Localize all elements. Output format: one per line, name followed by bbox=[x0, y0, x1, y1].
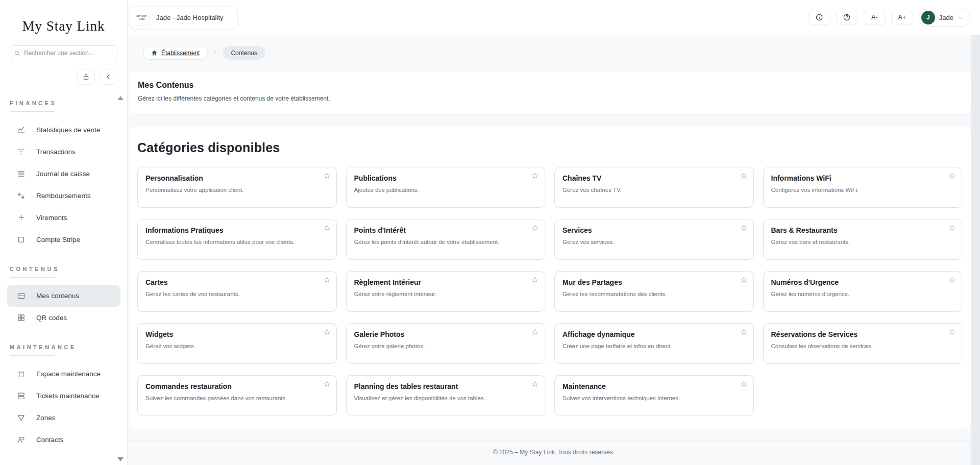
category-card-bars-restaurants[interactable]: Bars & RestaurantsGérez vos bars et rest… bbox=[763, 219, 963, 260]
establishment-chip-label: Jade - Jade Hospitality bbox=[156, 14, 224, 21]
favorite-star-icon[interactable] bbox=[531, 172, 539, 180]
category-card-mur-des-partages[interactable]: Mur des PartagesGérez les recommandation… bbox=[554, 271, 754, 312]
user-name: Jade bbox=[939, 14, 953, 21]
category-card-informations-wifi[interactable]: Informations WiFiConfigurez vos informat… bbox=[763, 167, 963, 208]
category-card-description: Personnalisez votre application client. bbox=[145, 187, 318, 193]
chevron-down-icon bbox=[958, 14, 964, 21]
sidebar-item-mes-contenus[interactable]: Mes contenus bbox=[7, 285, 120, 307]
category-card-informations-pratiques[interactable]: Informations PratiquesCentralisez toutes… bbox=[137, 219, 337, 260]
search-input[interactable] bbox=[10, 45, 117, 60]
sidebar-section-label-contenus: CONTENUS bbox=[10, 266, 117, 278]
category-card-title: Informations Pratiques bbox=[145, 226, 318, 234]
category-card-title: Numéros d'Urgence bbox=[771, 278, 944, 286]
list-icon bbox=[16, 169, 26, 178]
favorite-star-icon[interactable] bbox=[740, 172, 748, 180]
sidebar-item-zones[interactable]: Zones bbox=[7, 407, 120, 429]
favorite-star-icon[interactable] bbox=[323, 380, 331, 388]
main-scrollbar[interactable] bbox=[971, 35, 980, 465]
sidebar-scroll-up-arrow[interactable] bbox=[117, 96, 124, 100]
category-card-description: Gérez les recommandations des clients. bbox=[562, 291, 735, 297]
sidebar-item-remboursements[interactable]: Remboursements bbox=[7, 185, 120, 207]
sidebar-item-statistiques-de-vente[interactable]: Statistiques de vente bbox=[7, 119, 120, 141]
category-card-reglement-interieur[interactable]: Règlement IntérieurGérez votre règlement… bbox=[346, 271, 546, 312]
favorite-star-icon[interactable] bbox=[948, 276, 956, 284]
user-menu[interactable]: J Jade bbox=[919, 9, 970, 27]
category-card-maintenance[interactable]: MaintenanceSuivez vos interventions tech… bbox=[554, 375, 754, 416]
category-card-numeros-d-urgence[interactable]: Numéros d'UrgenceGérez les numéros d'urg… bbox=[763, 271, 963, 312]
category-card-services[interactable]: ServicesGérez vos services. bbox=[554, 219, 754, 260]
favorite-star-icon[interactable] bbox=[740, 224, 748, 232]
category-card-title: Bars & Restaurants bbox=[771, 226, 944, 234]
breadcrumb-establishment-link[interactable]: Établissement bbox=[143, 46, 208, 60]
sidebar-scroll-down-arrow[interactable] bbox=[117, 457, 124, 461]
establishment-chip[interactable]: My Stay Link Jade - Jade Hospitality bbox=[129, 6, 238, 29]
triangle-down-icon bbox=[16, 413, 26, 422]
sidebar-item-label: Journal de caisse bbox=[36, 170, 90, 178]
favorite-star-icon[interactable] bbox=[531, 380, 539, 388]
lock-button[interactable] bbox=[77, 69, 95, 85]
category-card-commandes-restauration[interactable]: Commandes restaurationSuivez les command… bbox=[137, 375, 337, 416]
category-card-description: Gérez les points d'intérêt autour de vot… bbox=[354, 239, 527, 245]
category-card-points-d-interet[interactable]: Points d'IntérêtGérez les points d'intér… bbox=[346, 219, 546, 260]
category-card-publications[interactable]: PublicationsAjoutez des publications. bbox=[346, 167, 546, 208]
help-icon bbox=[843, 13, 851, 21]
category-card-description: Gérez vos services. bbox=[562, 239, 735, 245]
favorite-star-icon[interactable] bbox=[740, 276, 748, 284]
category-card-cartes[interactable]: CartesGérez les cartes de vos restaurant… bbox=[137, 271, 337, 312]
sidebar-item-label: Espace maintenance bbox=[36, 370, 101, 378]
sidebar-item-qr-codes[interactable]: QR codes bbox=[7, 307, 120, 329]
sidebar-item-virements[interactable]: Virements bbox=[7, 207, 120, 229]
sidebar-item-espace-maintenance[interactable]: Espace maintenance bbox=[7, 363, 120, 385]
favorite-star-icon[interactable] bbox=[740, 328, 748, 336]
sidebar-item-label: Remboursements bbox=[36, 192, 91, 200]
favorite-star-icon[interactable] bbox=[740, 380, 748, 388]
category-card-title: Services bbox=[562, 226, 735, 234]
font-decrease-button[interactable]: A- bbox=[864, 10, 886, 25]
favorite-star-icon[interactable] bbox=[323, 172, 331, 180]
favorite-star-icon[interactable] bbox=[323, 224, 331, 232]
favorite-star-icon[interactable] bbox=[323, 276, 331, 284]
sidebar-item-compte-stripe[interactable]: Compte Stripe bbox=[7, 229, 120, 251]
sidebar: My Stay Link FINANCESStatistiques de ven… bbox=[0, 0, 128, 465]
app-logo: My Stay Link bbox=[0, 18, 127, 34]
category-card-chaines-tv[interactable]: Chaînes TVGérez vos chaînes TV. bbox=[554, 167, 754, 208]
category-card-title: Règlement Intérieur bbox=[354, 278, 527, 286]
favorite-star-icon[interactable] bbox=[948, 328, 956, 336]
category-card-galerie-photos[interactable]: Galerie PhotosGérez votre galerie photos… bbox=[346, 323, 546, 364]
sidebar-item-transactions[interactable]: Transactions bbox=[7, 141, 120, 163]
favorite-star-icon[interactable] bbox=[531, 276, 539, 284]
sidebar-item-journal-de-caisse[interactable]: Journal de caisse bbox=[7, 163, 120, 185]
category-card-personnalisation[interactable]: PersonnalisationPersonnalisez votre appl… bbox=[137, 167, 337, 208]
category-card-description: Ajoutez des publications. bbox=[354, 187, 527, 193]
sidebar-item-label: Tickets maintenance bbox=[36, 392, 99, 400]
category-card-description: Gérez vos widgets. bbox=[145, 343, 318, 349]
sidebar-item-tickets-maintenance[interactable]: Tickets maintenance bbox=[7, 385, 120, 407]
favorite-star-icon[interactable] bbox=[948, 172, 956, 180]
category-card-reservations-de-services[interactable]: Réservations de ServicesConsultez les ré… bbox=[763, 323, 963, 364]
category-card-affichage-dynamique[interactable]: Affichage dynamiqueCréez une page tarifa… bbox=[554, 323, 754, 364]
lock-icon bbox=[82, 73, 90, 81]
favorite-star-icon[interactable] bbox=[948, 224, 956, 232]
page-title: Mes Contenus bbox=[138, 81, 961, 90]
favorite-star-icon[interactable] bbox=[531, 224, 539, 232]
home-icon bbox=[151, 50, 158, 56]
chart-icon bbox=[16, 126, 26, 134]
favorite-star-icon[interactable] bbox=[323, 328, 331, 336]
sidebar-item-contacts[interactable]: Contacts bbox=[7, 429, 120, 451]
category-card-description: Gérez les cartes de vos restaurants. bbox=[145, 291, 318, 297]
favorite-star-icon[interactable] bbox=[531, 328, 539, 336]
swap-arrows-icon bbox=[16, 191, 26, 200]
category-card-planning-des-tables-restaurant[interactable]: Planning des tables restaurantVisualisez… bbox=[346, 375, 546, 416]
font-increase-button[interactable]: A+ bbox=[891, 10, 913, 25]
category-card-description: Gérez les numéros d'urgence. bbox=[771, 291, 944, 297]
help-button[interactable] bbox=[836, 10, 858, 25]
sidebar-nav: FINANCESStatistiques de venteTransaction… bbox=[0, 100, 127, 451]
breadcrumb: Établissement Contenus bbox=[143, 46, 971, 60]
content: Établissement Contenus Mes Contenus Gére… bbox=[128, 35, 980, 465]
info-button[interactable] bbox=[808, 10, 830, 25]
collapse-sidebar-button[interactable] bbox=[100, 69, 117, 85]
category-card-widgets[interactable]: WidgetsGérez vos widgets. bbox=[137, 323, 337, 364]
sidebar-item-label: Virements bbox=[36, 214, 67, 222]
topbar-actions: A- A+ J Jade bbox=[808, 9, 970, 27]
categories-title: Catégories disponibles bbox=[137, 140, 962, 155]
